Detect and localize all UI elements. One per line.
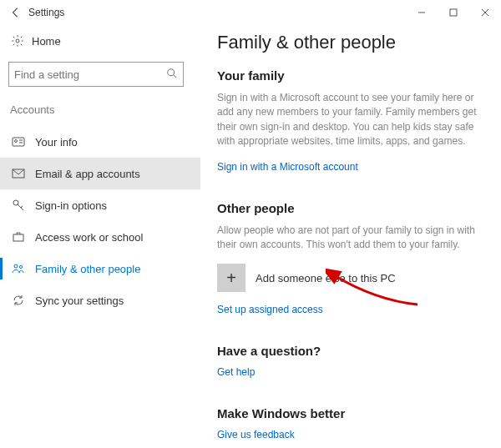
- window-title: Settings: [28, 7, 64, 18]
- plus-icon: +: [217, 264, 245, 292]
- nav-family-other[interactable]: Family & other people: [0, 253, 200, 284]
- nav-label: Email & app accounts: [35, 168, 140, 180]
- svg-point-3: [168, 68, 175, 75]
- family-desc: Sign in with a Microsoft account to see …: [217, 91, 493, 149]
- maximize-button[interactable]: [438, 0, 469, 25]
- other-people-header: Other people: [217, 201, 493, 215]
- family-header: Your family: [217, 68, 493, 83]
- nav-label: Sign-in options: [35, 199, 107, 212]
- signin-ms-account-link[interactable]: Sign in with a Microsoft account: [217, 161, 358, 173]
- svg-rect-5: [13, 138, 24, 146]
- svg-point-6: [15, 140, 18, 143]
- svg-point-2: [16, 39, 19, 43]
- minimize-button[interactable]: [406, 0, 438, 25]
- back-button[interactable]: [7, 3, 25, 22]
- sync-icon: [10, 292, 27, 309]
- svg-rect-1: [450, 9, 457, 16]
- make-better-header: Make Windows better: [217, 406, 493, 420]
- nav-email-accounts[interactable]: Email & app accounts: [0, 158, 200, 189]
- question-header: Have a question?: [217, 344, 493, 358]
- add-someone-button[interactable]: + Add someone else to this PC: [217, 264, 493, 292]
- get-help-link[interactable]: Get help: [217, 366, 255, 378]
- search-box[interactable]: [8, 62, 184, 87]
- nav-sync-settings[interactable]: Sync your settings: [0, 284, 200, 316]
- nav-label: Family & other people: [35, 263, 140, 275]
- mail-icon: [10, 165, 27, 182]
- nav-label: Access work or school: [35, 231, 143, 244]
- id-card-icon: [10, 133, 27, 150]
- close-button[interactable]: [469, 0, 501, 25]
- svg-point-12: [14, 264, 18, 268]
- nav-signin-options[interactable]: Sign-in options: [0, 189, 200, 221]
- home-button[interactable]: Home: [0, 25, 200, 62]
- other-people-desc: Allow people who are not part of your fa…: [217, 224, 493, 253]
- svg-line-4: [174, 74, 177, 78]
- sidebar-header: Accounts: [0, 103, 200, 126]
- add-someone-label: Add someone else to this PC: [256, 272, 396, 284]
- search-input[interactable]: [14, 68, 166, 81]
- nav-label: Your info: [35, 136, 78, 148]
- nav-access-work[interactable]: Access work or school: [0, 221, 200, 253]
- key-icon: [10, 197, 27, 214]
- nav-label: Sync your settings: [35, 294, 124, 307]
- home-label: Home: [32, 35, 61, 48]
- feedback-link[interactable]: Give us feedback: [217, 429, 295, 440]
- assigned-access-link[interactable]: Set up assigned access: [217, 304, 323, 315]
- people-icon: [10, 260, 27, 277]
- gear-icon: [10, 33, 25, 48]
- search-icon: [166, 68, 178, 82]
- page-title: Family & other people: [217, 32, 493, 53]
- briefcase-icon: [10, 229, 27, 245]
- svg-point-13: [19, 265, 22, 268]
- svg-rect-11: [13, 234, 23, 241]
- nav-your-info[interactable]: Your info: [0, 126, 200, 158]
